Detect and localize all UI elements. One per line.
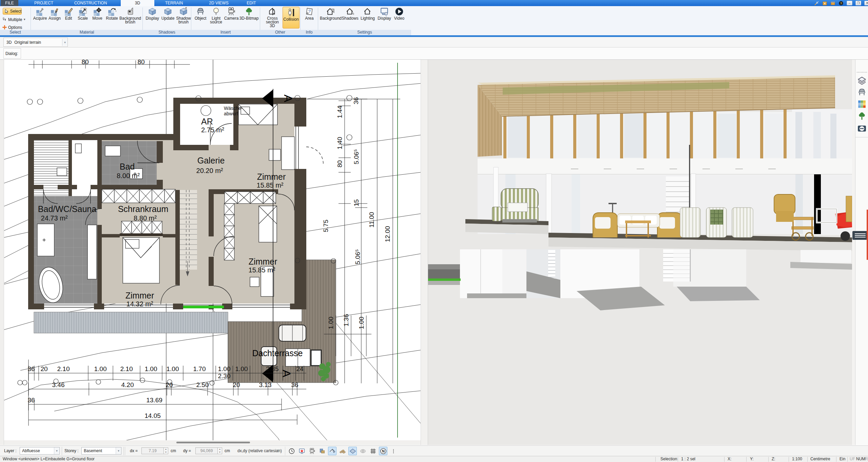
shadows-update-button[interactable]: Update [160, 6, 176, 20]
svg-text:2.50: 2.50 [196, 381, 209, 388]
view-mode-label: 3D [4, 40, 14, 45]
settings-background-button[interactable]: Background [320, 6, 342, 20]
collision-button[interactable]: Collision [283, 7, 300, 28]
svg-text:80: 80 [81, 60, 89, 65]
h-scrollbar-thumb[interactable] [176, 442, 250, 443]
archive-icon[interactable] [830, 1, 835, 6]
layers-icon[interactable] [857, 76, 866, 85]
tree-icon[interactable] [857, 112, 866, 120]
boxes-icon[interactable] [318, 447, 326, 455]
unit-value[interactable]: Centimetre [810, 456, 830, 462]
tab-3d[interactable]: 3D [121, 0, 154, 6]
svg-text:5.06⁵: 5.06⁵ [353, 149, 360, 165]
selected-window-highlight[interactable] [183, 306, 224, 308]
edit-button[interactable]: Edit [62, 6, 75, 20]
tab-construction[interactable]: CONSTRUCTION [65, 0, 116, 6]
grid-icon[interactable] [369, 447, 377, 455]
north-icon[interactable] [379, 447, 387, 455]
svg-text:5.75: 5.75 [322, 220, 329, 232]
settings-display-button[interactable]: Display [377, 6, 392, 20]
svg-text:80: 80 [137, 60, 144, 65]
tools-icon[interactable] [814, 1, 819, 6]
background-brush-button[interactable]: Background brush [119, 6, 141, 24]
dy-spinner[interactable]: ▲▼ [218, 447, 222, 454]
settings-video-button[interactable]: Video [392, 6, 406, 20]
layer-select[interactable]: Abfluesse▾ [20, 447, 60, 455]
dy-label: dy = [183, 446, 191, 456]
svg-text:20: 20 [40, 365, 47, 372]
terrain-select[interactable]: Original terrain [14, 40, 62, 45]
dy-input[interactable]: 94,069 [195, 447, 218, 454]
area-icon [305, 7, 314, 16]
group-label-select: Select [0, 30, 31, 35]
camera-icon[interactable] [308, 447, 316, 455]
help-icon[interactable] [838, 1, 844, 6]
house-photo-icon [326, 7, 335, 16]
surface-icon[interactable] [348, 447, 357, 455]
bottom-toolbar: Layer : Abfluesse▾ Storey : Basement▾ dx… [0, 445, 868, 456]
multiple-button[interactable]: Multiple▼ [2, 17, 26, 22]
z-coord: Z: [772, 456, 775, 462]
rotate-button[interactable]: Rotate [104, 6, 119, 20]
menu-handle[interactable] [852, 231, 868, 240]
assign-button[interactable]: Assign [47, 6, 62, 20]
tab-file[interactable]: FILE [1, 0, 18, 6]
coord-mode-select[interactable]: dx,dy (relative cartesian) [237, 446, 282, 456]
close-button[interactable]: ✕ [864, 1, 868, 5]
toolbar-handle[interactable] [857, 72, 867, 73]
svg-text:AR: AR [201, 117, 213, 126]
settings-lighting-button[interactable]: Lighting [359, 6, 376, 20]
view-divider[interactable] [421, 60, 428, 445]
options-button[interactable]: Options [2, 25, 22, 30]
shadow-brush-button[interactable]: Shadow brush [176, 6, 191, 24]
group-label-insert: Insert [191, 30, 260, 35]
scale-icon [78, 7, 87, 16]
more-icon[interactable] [389, 447, 398, 455]
tab-edit[interactable]: EDIT [239, 0, 263, 6]
roof-icon[interactable] [328, 447, 336, 455]
uf-indicator: UF [850, 456, 855, 462]
shadows-display-button[interactable]: Display [144, 6, 160, 20]
h-scrollbar[interactable] [4, 440, 421, 445]
dx-spinner[interactable]: ▲▼ [164, 447, 168, 454]
coord-mode-arrow[interactable]: ▾ [277, 448, 279, 452]
move-button[interactable]: Move [90, 6, 104, 20]
tab-project[interactable]: PROJECT [24, 0, 64, 6]
select-button[interactable]: Select [3, 8, 22, 15]
cross-section-3d-button[interactable]: Cross section 3D [263, 6, 282, 28]
remote-icon[interactable] [857, 124, 867, 133]
right-gap [852, 60, 855, 445]
storey-select[interactable]: Basement▾ [81, 447, 121, 455]
logs-icon[interactable] [338, 447, 347, 455]
play-icon [395, 7, 404, 16]
terrain-select-arrow[interactable]: ▾ [62, 39, 67, 46]
minimize-button[interactable]: – [847, 1, 852, 5]
palette-icon[interactable] [857, 100, 866, 109]
tab-2d-views[interactable]: 2D VIEWS [200, 0, 237, 6]
maximize-button[interactable]: ❐ [855, 1, 861, 5]
chair-icon[interactable] [857, 88, 866, 97]
light-source-button[interactable]: Light source [208, 6, 224, 24]
group-label-info: Info [301, 30, 318, 35]
scale-value[interactable]: 1:100 [792, 456, 802, 462]
camera-button[interactable]: Camera [224, 6, 239, 20]
terrace-strip [34, 312, 228, 333]
title-bar: FILE PROJECT CONSTRUCTION 3D TERRAIN 2D … [0, 0, 868, 6]
view-3d[interactable] [428, 60, 852, 445]
package-icon[interactable] [822, 1, 827, 6]
settings-shadows-button[interactable]: Shadows [342, 6, 359, 20]
clock-icon[interactable] [287, 447, 296, 455]
area-button[interactable]: Area [302, 6, 317, 20]
object-button[interactable]: Object [193, 6, 208, 20]
tab-terrain[interactable]: TERRAIN [155, 0, 193, 6]
svg-text:Schrankraum: Schrankraum [118, 204, 169, 214]
svg-text:1.36: 1.36 [343, 314, 350, 327]
dx-input[interactable]: 7.19 [141, 447, 164, 454]
svg-text:24: 24 [296, 365, 304, 372]
acquire-button[interactable]: Acquire [32, 6, 48, 20]
scale-button[interactable]: Scale [75, 6, 90, 20]
screen-star-icon[interactable] [297, 447, 306, 455]
3d-bitmap-button[interactable]: 3D-Bitmap [239, 6, 259, 20]
contours-icon[interactable] [359, 447, 367, 455]
plan-view-2d[interactable]: A A [4, 60, 421, 445]
